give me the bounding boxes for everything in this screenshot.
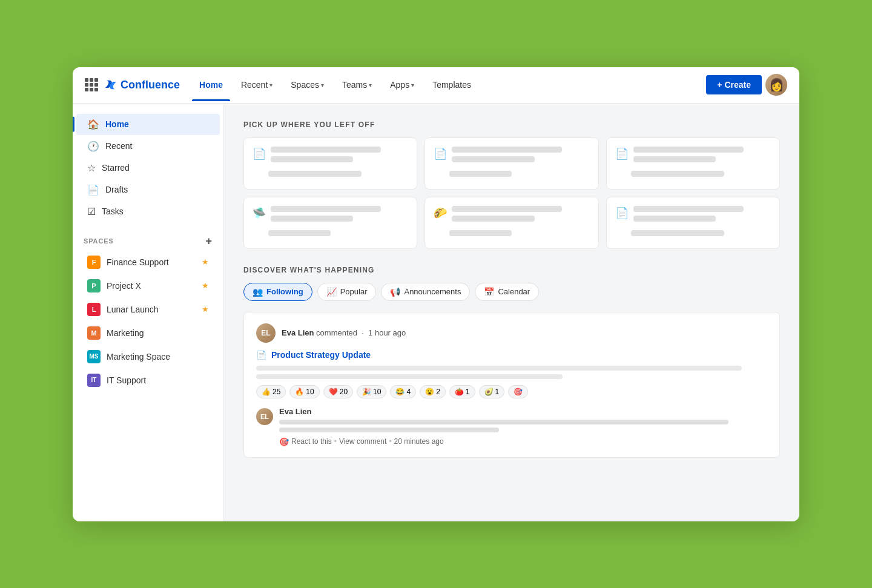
reaction-party[interactable]: 🎉 10 <box>357 385 386 398</box>
add-space-button[interactable]: + <box>206 236 213 246</box>
comment-user-avatar: EL <box>256 408 273 425</box>
reaction-thumbsup[interactable]: 👍 25 <box>256 385 286 398</box>
reaction-laugh[interactable]: 😂 4 <box>390 385 416 398</box>
discover-tabs: 👥 Following 📈 Popular 📢 Announcements 📅 … <box>243 283 780 301</box>
article-link[interactable]: 📄 Product Strategy Update <box>256 350 767 360</box>
comment-line-2 <box>279 428 499 432</box>
sidebar-item-starred[interactable]: ☆ Starred <box>76 157 220 179</box>
card-3-line-1 <box>633 147 744 153</box>
nav-recent[interactable]: Recent ▾ <box>234 75 280 94</box>
activity-meta: Eva Lien commented · 1 hour ago <box>282 328 406 337</box>
card-3-content <box>633 147 771 166</box>
reaction-fire[interactable]: 🔥 10 <box>289 385 319 398</box>
comment-section: EL Eva Lien 🎯 React to this • View comme… <box>256 407 767 446</box>
card-4-line-2 <box>271 216 353 222</box>
sidebar-item-project-x[interactable]: P Project X ★ <box>76 274 220 297</box>
article-icon: 📄 <box>256 350 266 360</box>
sidebar-item-lunar-launch[interactable]: L Lunar Launch ★ <box>76 298 220 321</box>
card-3-icon: 📄 <box>615 147 629 160</box>
spaces-chevron: ▾ <box>321 82 324 88</box>
nav-teams[interactable]: Teams ▾ <box>335 75 379 94</box>
card-5-icon: 🌮 <box>434 206 447 220</box>
activity-card-1: EL Eva Lien commented · 1 hour ago 📄 Pro… <box>243 312 780 458</box>
card-2-content <box>452 147 589 166</box>
sidebar-item-recent[interactable]: 🕐 Recent <box>76 136 220 157</box>
user-avatar[interactable]: 👩 <box>765 74 787 96</box>
card-6-line-2 <box>633 216 716 222</box>
card-5-line-3 <box>449 230 512 236</box>
project-x-icon: P <box>87 279 101 292</box>
card-3-line-2 <box>633 156 716 162</box>
card-6-icon: 📄 <box>615 206 629 220</box>
activity-time: 1 hour ago <box>368 328 406 337</box>
recent-chevron: ▾ <box>269 82 272 88</box>
confluence-logo: Confluence <box>104 78 180 91</box>
nav-spaces[interactable]: Spaces ▾ <box>283 75 331 94</box>
nav-templates[interactable]: Templates <box>425 75 478 94</box>
dtab-popular[interactable]: 📈 Popular <box>317 283 377 301</box>
finance-support-icon: F <box>87 256 101 269</box>
teams-chevron: ▾ <box>369 82 372 88</box>
card-1-line-1 <box>271 147 381 153</box>
recent-cards-grid: 📄 📄 <box>243 137 780 249</box>
home-icon: 🏠 <box>87 119 99 130</box>
activity-action: commented <box>316 328 357 337</box>
card-1-content <box>271 147 408 166</box>
reaction-fire-emoji: 🔥 <box>295 388 304 396</box>
sidebar-item-tasks[interactable]: ☑ Tasks <box>76 201 220 222</box>
dtab-announcements[interactable]: 📢 Announcements <box>381 283 470 301</box>
announcements-icon: 📢 <box>390 287 400 297</box>
spaces-section-header: SPACES + <box>73 232 223 250</box>
reaction-tomato[interactable]: 🍅 1 <box>449 385 475 398</box>
sidebar-item-marketing-space[interactable]: MS Marketing Space <box>76 345 220 368</box>
reaction-wow[interactable]: 😮 2 <box>420 385 446 398</box>
reaction-target[interactable]: 🎯 <box>508 385 528 398</box>
recent-card-1[interactable]: 📄 <box>243 137 417 190</box>
app-window: Confluence Home Recent ▾ Spaces ▾ Teams … <box>73 67 799 521</box>
card-1-icon: 📄 <box>253 147 266 160</box>
recent-card-3[interactable]: 📄 <box>606 137 780 190</box>
sidebar-item-finance-support[interactable]: F Finance Support ★ <box>76 251 220 274</box>
drafts-icon: 📄 <box>87 184 99 196</box>
sidebar-item-home[interactable]: 🏠 Home <box>76 114 220 135</box>
article-line-1 <box>256 366 742 371</box>
comment-time: 20 minutes ago <box>394 437 444 446</box>
card-6-content <box>633 206 771 225</box>
sidebar-item-drafts[interactable]: 📄 Drafts <box>76 179 220 200</box>
card-2-line-1 <box>452 147 562 153</box>
topnav: Confluence Home Recent ▾ Spaces ▾ Teams … <box>73 67 799 104</box>
popular-icon: 📈 <box>326 287 337 297</box>
recent-card-6[interactable]: 📄 <box>606 197 780 249</box>
react-to-this-link[interactable]: React to this <box>291 437 332 446</box>
recent-card-4[interactable]: 🛸 <box>243 197 417 249</box>
view-comment-link[interactable]: View comment <box>339 437 386 446</box>
reaction-heart[interactable]: ❤️ 20 <box>323 385 353 398</box>
sidebar-item-it-support[interactable]: IT IT Support <box>76 369 220 392</box>
calendar-icon: 📅 <box>484 287 494 297</box>
nav-home[interactable]: Home <box>192 75 230 94</box>
dtab-following[interactable]: 👥 Following <box>243 283 312 301</box>
comment-dot-2: • <box>389 437 391 446</box>
apps-grid-icon[interactable] <box>85 78 98 91</box>
recent-card-5[interactable]: 🌮 <box>424 197 598 249</box>
nav-apps[interactable]: Apps ▾ <box>383 75 421 94</box>
create-button[interactable]: + Create <box>706 75 762 94</box>
sidebar-item-marketing[interactable]: M Marketing <box>76 322 220 345</box>
reaction-heart-emoji: ❤️ <box>329 388 338 396</box>
recent-icon: 🕐 <box>87 140 99 152</box>
app-name: Confluence <box>121 79 180 91</box>
card-5-content <box>452 206 589 225</box>
main-layout: 🏠 Home 🕐 Recent ☆ Starred 📄 Drafts ☑ Tas… <box>73 104 799 521</box>
sidebar: 🏠 Home 🕐 Recent ☆ Starred 📄 Drafts ☑ Tas… <box>73 104 224 521</box>
activity-user-avatar: EL <box>256 323 276 343</box>
recent-card-2[interactable]: 📄 <box>424 137 598 190</box>
card-3-line-3 <box>631 171 724 177</box>
discover-section-title: DISCOVER WHAT'S HAPPENING <box>243 266 780 274</box>
card-6-line-3 <box>631 230 724 236</box>
comment-actions: 🎯 React to this • View comment • 20 minu… <box>279 437 767 446</box>
dtab-calendar[interactable]: 📅 Calendar <box>475 283 539 301</box>
topnav-logo: Confluence <box>85 78 180 91</box>
reaction-avocado[interactable]: 🥑 1 <box>479 385 505 398</box>
lunar-launch-star: ★ <box>202 305 209 314</box>
card-6-line-1 <box>633 206 744 212</box>
